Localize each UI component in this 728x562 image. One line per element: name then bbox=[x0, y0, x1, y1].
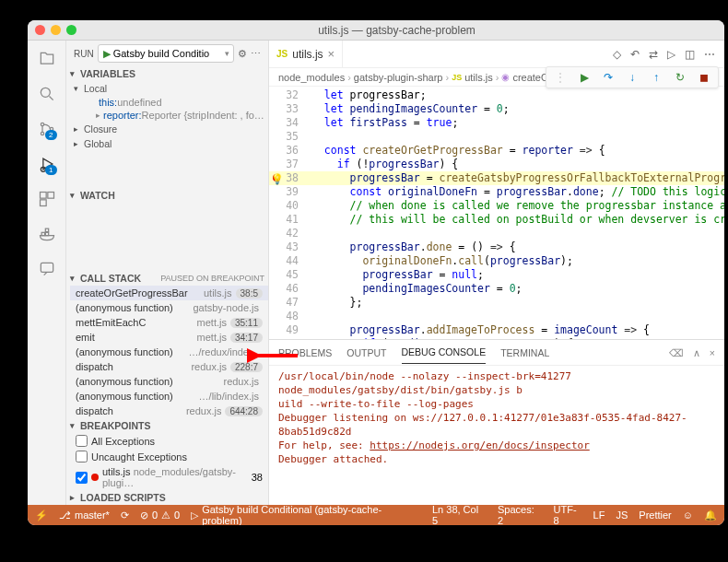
code-line[interactable]: 36 const createOrGetProgressBar = report… bbox=[269, 144, 724, 158]
variables-section-header[interactable]: ▾Variables bbox=[66, 66, 268, 81]
code-line[interactable]: 43 progressBar.done = () => { bbox=[269, 240, 724, 254]
callstack-frame[interactable]: emitmett.js34:17 bbox=[70, 330, 268, 345]
code-line[interactable]: 44 originalDoneFn.call(progressBar); bbox=[269, 254, 724, 268]
callstack-frame[interactable]: dispatchredux.js228:7 bbox=[70, 359, 268, 374]
panel-tab-terminal[interactable]: TERMINAL bbox=[500, 342, 549, 364]
closure-scope-header[interactable]: ▸Closure bbox=[70, 122, 268, 136]
close-tab-icon[interactable]: × bbox=[328, 47, 335, 61]
toggle-icon[interactable]: ⇄ bbox=[649, 48, 658, 61]
zoom-window-button[interactable] bbox=[66, 25, 76, 35]
lightbulb-icon[interactable]: 💡 bbox=[271, 172, 284, 186]
minimize-window-button[interactable] bbox=[51, 25, 61, 35]
callstack-frame[interactable]: dispatchredux.js644:28 bbox=[70, 404, 268, 418]
debug-console-output[interactable]: /usr/local/bin/node --nolazy --inspect-b… bbox=[269, 366, 724, 505]
step-over-button[interactable]: ↷ bbox=[600, 71, 616, 84]
code-line[interactable]: 35 bbox=[269, 130, 724, 144]
callstack-frame[interactable]: (anonymous function)redux.js bbox=[70, 374, 268, 389]
feedback-smiley-icon[interactable]: ☺ bbox=[683, 504, 693, 525]
more-icon[interactable]: ⋯ bbox=[251, 48, 261, 60]
file-breakpoint[interactable]: utils.js node_modules/gatsby-plugi…38 bbox=[70, 464, 268, 490]
prettier-status[interactable]: Prettier bbox=[639, 504, 671, 525]
breakpoints-section-header[interactable]: ▾Breakpoints bbox=[66, 418, 268, 433]
code-line[interactable]: 40 // when done is called we remove the … bbox=[269, 199, 724, 213]
code-line[interactable]: 47 }; bbox=[269, 296, 724, 310]
cursor-position[interactable]: Ln 38, Col 5 bbox=[432, 504, 487, 525]
svg-point-0 bbox=[41, 88, 50, 97]
code-line[interactable]: 39 const originalDoneFn = progressBar.do… bbox=[269, 185, 724, 199]
compare-icon[interactable]: ◇ bbox=[613, 48, 621, 61]
restart-button[interactable]: ↻ bbox=[672, 71, 688, 84]
variable-row[interactable]: this: undefined bbox=[70, 96, 268, 109]
split-editor-icon[interactable]: ◫ bbox=[685, 48, 695, 61]
search-icon[interactable] bbox=[36, 83, 58, 105]
notifications-icon[interactable]: 🔔 bbox=[704, 504, 717, 525]
debug-status[interactable]: ▷ Gatsby build Conditional (gatsby-cache… bbox=[191, 504, 421, 525]
all-exceptions-breakpoint[interactable]: All Exceptions bbox=[70, 433, 268, 449]
code-line[interactable]: 33 let pendingImagesCounter = 0; bbox=[269, 102, 724, 116]
code-line[interactable]: 49 progressBar.addImageToProcess = image… bbox=[269, 323, 724, 337]
code-line[interactable]: 42 bbox=[269, 227, 724, 240]
start-debug-icon[interactable]: ▶ bbox=[103, 48, 111, 60]
all-exceptions-checkbox[interactable] bbox=[76, 435, 88, 447]
drag-handle-icon[interactable]: ⋮ bbox=[552, 71, 569, 84]
run-file-icon[interactable]: ▷ bbox=[667, 48, 675, 61]
step-into-button[interactable]: ↓ bbox=[624, 71, 640, 84]
remote-indicator[interactable]: ⚡ bbox=[35, 509, 48, 521]
git-branch[interactable]: ⎇ master* bbox=[59, 509, 110, 521]
local-scope-header[interactable]: ▾Local bbox=[70, 81, 268, 96]
callstack-section-header[interactable]: ▾Call StackPAUSED ON BREAKPOINT bbox=[66, 271, 268, 286]
eol[interactable]: LF bbox=[593, 504, 605, 525]
debug-toolbar[interactable]: ⋮ ▶ ↷ ↓ ↑ ↻ ◼ bbox=[546, 66, 719, 88]
run-debug-icon[interactable]: 1 bbox=[36, 153, 58, 175]
uncaught-exceptions-checkbox[interactable] bbox=[76, 451, 88, 462]
code-line[interactable]: 34 let firstPass = true; bbox=[269, 116, 724, 130]
watch-section-header[interactable]: ▾Watch bbox=[66, 188, 268, 203]
encoding[interactable]: UTF-8 bbox=[554, 504, 582, 525]
extensions-icon[interactable] bbox=[36, 188, 58, 210]
explorer-icon[interactable] bbox=[36, 48, 58, 70]
more-actions-icon[interactable]: ⋯ bbox=[704, 48, 715, 61]
docker-icon[interactable] bbox=[36, 223, 58, 245]
code-line[interactable]: 48 bbox=[269, 310, 724, 323]
callstack-frame[interactable]: (anonymous function)gatsby-node.js bbox=[70, 300, 268, 315]
code-line[interactable]: 45 progressBar = null; bbox=[269, 268, 724, 282]
code-line[interactable]: 37 if (!progressBar) { bbox=[269, 158, 724, 171]
source-control-icon[interactable]: 2 bbox=[36, 118, 58, 140]
code-line[interactable]: 💡38 progressBar = createGatsbyProgressOr… bbox=[269, 171, 724, 185]
code-line[interactable]: 32 let progressBar; bbox=[269, 88, 724, 102]
gear-icon[interactable]: ⚙ bbox=[238, 48, 247, 60]
problems-status[interactable]: ⊘ 0 ⚠ 0 bbox=[140, 509, 180, 521]
clear-console-icon[interactable]: ⌫ bbox=[669, 347, 684, 358]
maximize-panel-icon[interactable]: ∧ bbox=[693, 347, 700, 358]
loaded-scripts-section-header[interactable]: ▸Loaded Scripts bbox=[66, 490, 268, 505]
launch-config-select[interactable]: ▶ Gatsby build Conditio ▾ bbox=[98, 44, 234, 63]
chevron-down-icon[interactable]: ▾ bbox=[225, 49, 229, 58]
close-panel-icon[interactable]: × bbox=[710, 347, 715, 358]
stop-button[interactable]: ◼ bbox=[696, 71, 712, 84]
code-editor[interactable]: 32 let progressBar;33 let pendingImagesC… bbox=[269, 87, 724, 339]
bp1-checkbox[interactable] bbox=[76, 472, 88, 484]
step-out-button[interactable]: ↑ bbox=[648, 71, 664, 84]
tab-utils-js[interactable]: JS utils.js × bbox=[269, 41, 343, 67]
window-title: utils.js — gatsby-cache-problem bbox=[76, 24, 717, 37]
feedback-icon[interactable] bbox=[36, 258, 58, 280]
global-scope-header[interactable]: ▸Global bbox=[70, 136, 268, 151]
callstack-frame[interactable]: (anonymous function)…/lib/index.js bbox=[70, 389, 268, 404]
sync-icon[interactable]: ⟳ bbox=[121, 509, 129, 521]
continue-button[interactable]: ▶ bbox=[576, 71, 593, 84]
panel-tab-debug-console[interactable]: DEBUG CONSOLE bbox=[402, 341, 487, 364]
uncaught-exceptions-breakpoint[interactable]: Uncaught Exceptions bbox=[70, 449, 268, 464]
close-window-button[interactable] bbox=[35, 25, 45, 35]
code-line[interactable]: 46 pendingImagesCounter = 0; bbox=[269, 282, 724, 296]
language-mode[interactable]: JS bbox=[616, 504, 628, 525]
js-file-icon: JS bbox=[452, 73, 462, 82]
code-line[interactable]: 50 if (pendingImagesCounter === 0) { bbox=[269, 337, 724, 339]
callstack-frame[interactable]: (anonymous function)…/redux/inde… bbox=[70, 345, 268, 359]
undo-icon[interactable]: ↶ bbox=[630, 48, 640, 61]
code-line[interactable]: 41 // this will be called on postBuild o… bbox=[269, 213, 724, 227]
panel-tab-output[interactable]: OUTPUT bbox=[346, 342, 386, 364]
variable-row[interactable]: ▸reporter: Reporter {stripIndent: , fo… bbox=[70, 109, 268, 122]
callstack-frame[interactable]: createOrGetProgressBarutils.js38:5 bbox=[70, 286, 268, 300]
indentation[interactable]: Spaces: 2 bbox=[498, 504, 543, 525]
callstack-frame[interactable]: mettEmitEachCmett.js35:11 bbox=[70, 315, 268, 330]
